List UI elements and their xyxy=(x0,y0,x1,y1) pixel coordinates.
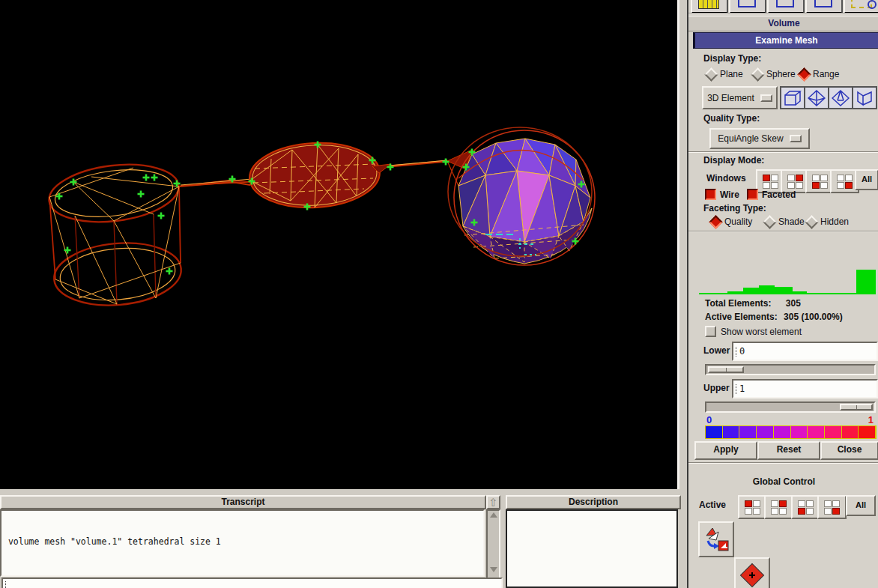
radio-plane[interactable]: Plane xyxy=(706,69,743,79)
transcript-line: volume mesh "volume.1" tetrahedral size … xyxy=(3,536,483,560)
hidden-radio-diamond[interactable] xyxy=(805,215,818,228)
forms-panel: Volume Examine Mesh Display Type: Plane … xyxy=(687,0,878,588)
lower-input[interactable]: 0 xyxy=(732,342,878,361)
shade-radio-diamond[interactable] xyxy=(763,215,776,228)
meshed-lens xyxy=(248,140,381,211)
form-category-title: Volume xyxy=(688,16,878,31)
tet-element-icon[interactable] xyxy=(805,87,829,109)
total-elements-value: 305 xyxy=(786,298,801,309)
lower-slider[interactable] xyxy=(705,364,876,375)
lower-label: Lower xyxy=(703,345,730,356)
display-mode-label: Display Mode: xyxy=(703,155,764,166)
command-input[interactable] xyxy=(1,578,503,588)
show-worst-row[interactable]: Show worst element xyxy=(705,326,802,337)
text-caret xyxy=(5,581,7,588)
skew-histogram xyxy=(699,234,876,294)
element-icon-bar xyxy=(780,86,877,109)
wedge-element-icon[interactable] xyxy=(853,87,877,109)
apply-button[interactable]: Apply xyxy=(694,441,757,460)
option-menu-indicator-icon xyxy=(790,135,802,142)
histogram-bars xyxy=(699,234,876,294)
upper-slider-thumb[interactable] xyxy=(840,404,873,410)
transcript-log[interactable]: volume mesh "volume.1" tetrahedral size … xyxy=(0,509,485,577)
message-area: Transcript ⇧ volume mesh "volume.1" tetr… xyxy=(0,489,687,588)
radio-sphere[interactable]: Sphere xyxy=(753,69,796,79)
lower-slider-thumb[interactable] xyxy=(708,366,744,373)
wire-checkbox[interactable] xyxy=(705,189,716,200)
show-worst-checkbox[interactable] xyxy=(705,326,716,337)
quality-type-label: Quality Type: xyxy=(703,113,760,124)
display-type-label: Display Type: xyxy=(703,53,761,64)
transcript-scrollbar[interactable] xyxy=(486,509,500,580)
upper-label: Upper xyxy=(703,383,730,393)
fit-to-window-icon[interactable] xyxy=(698,521,734,557)
colorbar-min-label: 0 xyxy=(706,414,712,425)
pyramid-element-icon[interactable] xyxy=(829,87,853,109)
reset-button[interactable]: Reset xyxy=(757,441,820,460)
plane-radio-diamond[interactable] xyxy=(704,67,718,81)
collapse-transcript-button[interactable]: ⇧ xyxy=(486,495,500,509)
text-caret xyxy=(736,384,738,394)
radio-range[interactable]: Range xyxy=(799,69,839,79)
colorbar xyxy=(705,425,877,439)
active-elements-line: Active Elements: 305 (100.00%) xyxy=(705,312,843,322)
scroll-up-icon[interactable] xyxy=(490,512,497,518)
total-elements-line: Total Elements: 305 xyxy=(705,298,801,309)
active-label: Active xyxy=(699,500,726,510)
faceted-checkbox[interactable] xyxy=(747,189,758,200)
radio-quality[interactable]: Quality xyxy=(711,216,752,227)
form-title: Examine Mesh xyxy=(693,32,878,49)
orient-model-icon[interactable] xyxy=(734,557,770,588)
element-type-menu[interactable]: 3D Element xyxy=(702,86,778,109)
wire-checkbox-row[interactable]: Wire xyxy=(705,189,739,200)
upper-slider[interactable] xyxy=(705,401,876,413)
upper-input[interactable]: 1 xyxy=(732,379,878,398)
radio-hidden[interactable]: Hidden xyxy=(807,216,849,227)
option-menu-indicator-icon xyxy=(760,94,772,102)
faceting-type-label: Faceting Type: xyxy=(703,203,766,213)
active-quadrant-3-button[interactable] xyxy=(791,495,820,519)
transcript-header: Transcript xyxy=(0,495,486,509)
windows-all-button[interactable]: All xyxy=(855,169,878,190)
scroll-down-icon[interactable] xyxy=(490,567,497,572)
close-button[interactable]: Close xyxy=(820,441,878,460)
active-elements-value: 305 (100.00%) xyxy=(784,312,843,322)
graphics-viewport[interactable] xyxy=(0,0,677,489)
hex-element-icon[interactable] xyxy=(781,87,805,109)
global-control-title: Global Control xyxy=(688,476,878,487)
quality-radio-diamond[interactable] xyxy=(709,215,722,228)
active-quadrant-4-button[interactable] xyxy=(817,495,847,519)
radio-shade[interactable]: Shade xyxy=(765,216,805,227)
active-all-button[interactable]: All xyxy=(846,495,876,516)
description-header: Description xyxy=(506,495,681,509)
wireframe-cylinder xyxy=(46,158,184,311)
range-radio-diamond[interactable] xyxy=(797,67,811,81)
quality-type-menu[interactable]: EquiAngle Skew xyxy=(709,128,810,149)
sphere-radio-diamond[interactable] xyxy=(751,67,764,81)
active-quadrant-1-button[interactable] xyxy=(738,495,767,519)
description-body xyxy=(506,509,678,588)
colorbar-max-label: 1 xyxy=(868,414,874,425)
active-quadrant-2-button[interactable] xyxy=(764,495,793,519)
text-caret xyxy=(736,347,738,357)
faceted-checkbox-row[interactable]: Faceted xyxy=(747,189,796,200)
windows-label: Windows xyxy=(706,173,746,184)
mesh-scene xyxy=(0,0,677,489)
